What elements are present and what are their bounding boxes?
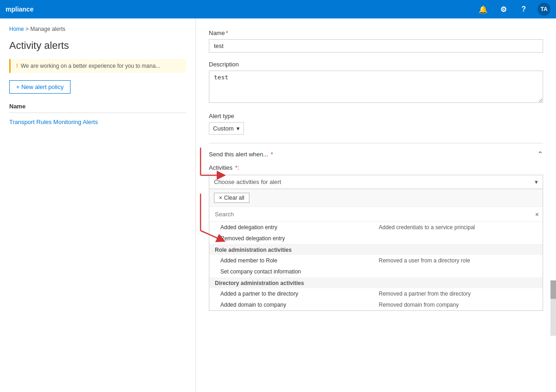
dropdown-list: Added delegation entry Added credentials…: [209, 222, 543, 310]
name-label: Name*: [209, 30, 543, 36]
search-clear-icon[interactable]: ×: [535, 211, 539, 218]
list-item[interactable]: Added a partner to the directory Removed…: [209, 288, 543, 299]
search-input[interactable]: [213, 209, 535, 220]
list-item[interactable]: Removed delegation entry: [209, 233, 543, 244]
item-label-left: Added member to Role: [220, 257, 379, 264]
description-label: Description: [209, 61, 543, 68]
item-label-left: Removed delegation entry: [220, 235, 379, 242]
item-label-left: Added domain to company: [220, 302, 379, 308]
info-banner: ! We are working on a better experience …: [9, 59, 186, 73]
clear-all-bar: × Clear all: [209, 189, 543, 207]
info-icon: !: [16, 63, 18, 69]
name-field-group: Name*: [209, 30, 543, 53]
main-layout: Home > Manage alerts Activity alerts ! W…: [0, 18, 556, 392]
send-alert-title: Send this alert when... *: [209, 151, 273, 158]
activities-dropdown-panel: × Clear all × Added delegation entry Add…: [209, 189, 543, 311]
group-header: Directory administration activities: [209, 277, 543, 288]
clear-all-label: Clear all: [224, 195, 244, 201]
table-row[interactable]: Transport Rules Monitoring Alerts: [9, 117, 186, 127]
item-label-right: [379, 268, 538, 275]
list-item[interactable]: Added member to Role Removed a user from…: [209, 255, 543, 266]
description-input[interactable]: test: [209, 71, 543, 103]
activities-dropdown[interactable]: Choose activities for alert ▾: [209, 175, 543, 189]
alert-type-field-group: Alert type Custom ▾: [209, 113, 543, 135]
topbar-title: mpliance: [6, 6, 477, 13]
bell-icon[interactable]: 🔔: [477, 3, 490, 16]
breadcrumb: Home > Manage alerts: [9, 26, 186, 32]
new-alert-button[interactable]: + New alert policy: [9, 80, 71, 94]
page-title: Activity alerts: [9, 40, 186, 52]
item-label-right: Removed domain from company: [379, 302, 538, 308]
name-required: *: [226, 30, 228, 36]
topbar-icons: 🔔 ⚙ ? TA: [477, 3, 550, 16]
activities-placeholder: Choose activities for alert: [214, 178, 281, 185]
item-label-left: Set company contact information: [220, 268, 379, 275]
collapse-icon[interactable]: ⌃: [537, 150, 543, 159]
gear-icon[interactable]: ⚙: [497, 3, 510, 16]
list-item[interactable]: Set company contact information: [209, 266, 543, 277]
group-header: Role administration activities: [209, 244, 543, 255]
breadcrumb-home[interactable]: Home: [9, 26, 24, 32]
topbar: mpliance 🔔 ⚙ ? TA: [0, 0, 556, 18]
clear-all-button[interactable]: × Clear all: [214, 193, 249, 203]
help-icon[interactable]: ?: [517, 3, 530, 16]
send-alert-required: *: [269, 151, 273, 158]
alert-type-select[interactable]: Custom ▾: [209, 122, 244, 135]
send-alert-section-header: Send this alert when... * ⌃: [209, 143, 543, 159]
activities-field-group: Activities *: Choose activities for aler…: [209, 164, 543, 311]
activities-required: *: [233, 164, 237, 171]
breadcrumb-separator: >: [25, 26, 30, 32]
item-label-left: Added delegation entry: [220, 224, 379, 231]
avatar[interactable]: TA: [538, 3, 550, 16]
alert-type-value: Custom: [213, 125, 234, 132]
clear-all-x-icon: ×: [219, 195, 222, 201]
scrollbar-thumb[interactable]: [550, 280, 556, 299]
breadcrumb-current: Manage alerts: [30, 26, 65, 32]
name-input[interactable]: [209, 39, 543, 53]
description-field-group: Description test: [209, 61, 543, 104]
item-label-right: Removed a user from a directory role: [379, 257, 538, 264]
activities-label: Activities *:: [209, 164, 543, 171]
table-header: Name: [9, 103, 186, 113]
list-item[interactable]: Added domain to company Removed domain f…: [209, 299, 543, 310]
search-row: ×: [209, 207, 543, 222]
list-item[interactable]: Added delegation entry Added credentials…: [209, 222, 543, 233]
dropdown-arrow-icon: ▾: [535, 178, 538, 185]
alert-type-label: Alert type: [209, 113, 543, 119]
item-label-right: Added credentials to a service principal: [379, 224, 538, 231]
chevron-down-icon: ▾: [237, 125, 240, 132]
item-label-right: Removed a partner from the directory: [379, 291, 538, 297]
right-panel: Name* Description test Alert type Custom…: [196, 18, 556, 392]
info-text: We are working on a better experience fo…: [21, 63, 160, 69]
item-label-left: Added a partner to the directory: [220, 291, 379, 297]
item-label-right: [379, 235, 538, 242]
scrollbar-track[interactable]: [550, 280, 556, 336]
left-panel: Home > Manage alerts Activity alerts ! W…: [0, 18, 196, 392]
